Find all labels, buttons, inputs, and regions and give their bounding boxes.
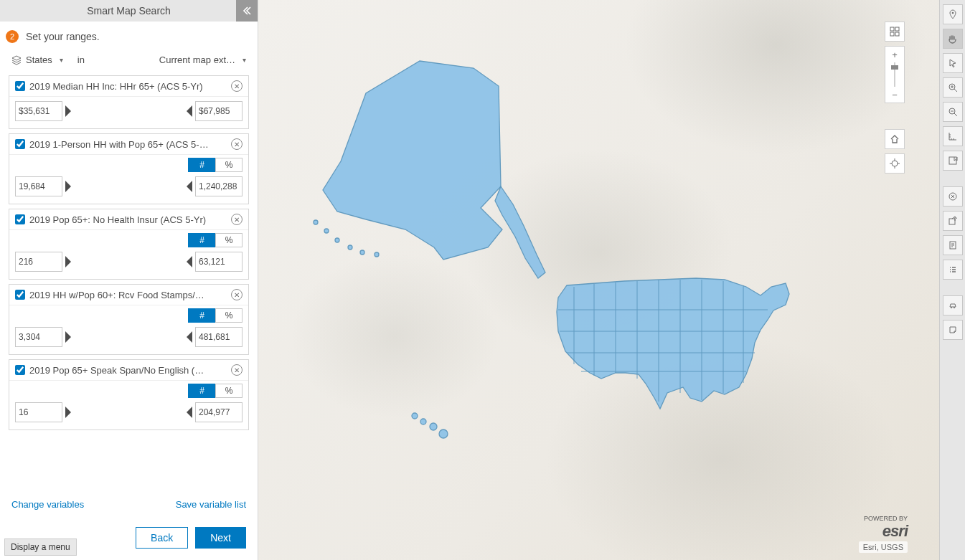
save-variable-list-link[interactable]: Save variable list <box>176 499 246 510</box>
pan-tool-button[interactable] <box>943 29 963 49</box>
measure-tool-button[interactable] <box>943 126 963 146</box>
zoom-in-button[interactable]: + <box>885 47 904 62</box>
clear-tool-button[interactable] <box>943 186 963 207</box>
zoom-track[interactable] <box>894 62 895 87</box>
range-max-input[interactable] <box>195 252 243 272</box>
svg-point-13 <box>892 161 898 166</box>
layers-icon <box>11 55 22 65</box>
select-tool-button[interactable] <box>943 53 963 73</box>
home-extent-button[interactable] <box>885 129 905 149</box>
pin-tool-button[interactable] <box>943 4 963 24</box>
variable-header: 2019 Pop 65+: No Health Insur (ACS 5-Yr)… <box>9 209 248 230</box>
unit-count-button[interactable]: # <box>188 233 215 247</box>
change-variables-link[interactable]: Change variables <box>11 499 84 510</box>
range-min-input[interactable] <box>15 327 62 347</box>
zoom-out-icon <box>948 107 958 117</box>
zoom-in-tool-button[interactable] <box>943 77 963 98</box>
us-lower48[interactable] <box>557 278 789 409</box>
range-min-input[interactable] <box>15 176 62 196</box>
svg-point-3 <box>348 245 352 250</box>
unit-count-button[interactable]: # <box>188 384 215 398</box>
range-handle-left[interactable] <box>65 407 71 418</box>
range-handle-right[interactable] <box>187 331 192 343</box>
variable-title: 2019 HH w/Pop 60+: Rcv Food Stamps/… <box>29 290 227 300</box>
state-hawaii[interactable] <box>412 413 418 419</box>
right-toolbar <box>939 0 965 560</box>
unit-count-button[interactable]: # <box>188 308 215 323</box>
map-view[interactable]: + − POWERED BY esri Esri, USGS <box>258 0 939 560</box>
variable-checkbox[interactable] <box>15 214 25 224</box>
step-number: 2 <box>10 32 14 41</box>
remove-variable-button[interactable]: ✕ <box>231 214 243 225</box>
share-icon <box>948 216 958 226</box>
range-handle-right[interactable] <box>187 181 192 192</box>
range-max-input[interactable] <box>195 327 243 347</box>
zoom-slider[interactable]: + − <box>885 46 905 103</box>
range-min-input[interactable] <box>15 101 62 121</box>
collapse-panel-button[interactable] <box>236 0 258 22</box>
range-handle-left[interactable] <box>65 256 71 267</box>
car-icon <box>948 300 958 310</box>
zoom-out-tool-button[interactable] <box>943 102 963 122</box>
geography-connector: in <box>69 54 93 65</box>
unit-percent-button[interactable]: % <box>215 158 243 172</box>
legend-tool-button[interactable] <box>943 260 963 280</box>
variable-checkbox[interactable] <box>15 365 25 375</box>
remove-variable-button[interactable]: ✕ <box>231 289 243 300</box>
locate-icon <box>890 158 900 169</box>
remove-variable-button[interactable]: ✕ <box>231 138 243 150</box>
geography-selectors: States in Current map ext… <box>0 49 258 75</box>
range-handle-right[interactable] <box>187 407 192 418</box>
unit-percent-button[interactable]: % <box>215 233 243 247</box>
extent-dropdown[interactable]: Current map ext… <box>99 54 246 65</box>
range-handle-left[interactable] <box>65 331 71 343</box>
panel-title: Smart Map Search <box>87 5 171 16</box>
svg-point-5 <box>375 252 379 257</box>
home-icon <box>890 134 900 144</box>
clear-icon <box>948 191 958 201</box>
range-min-input[interactable] <box>15 402 62 422</box>
bookmark-tool-button[interactable] <box>943 151 963 171</box>
range-min-input[interactable] <box>15 252 62 272</box>
report-tool-button[interactable] <box>943 235 963 255</box>
remove-variable-button[interactable]: ✕ <box>231 364 243 376</box>
note-tool-button[interactable] <box>943 320 963 340</box>
zoom-out-button[interactable]: − <box>885 87 904 103</box>
share-tool-button[interactable] <box>943 211 963 231</box>
status-tooltip: Display a menu <box>4 538 77 556</box>
unit-percent-button[interactable]: % <box>215 308 243 323</box>
basemap-gallery-button[interactable] <box>885 22 905 42</box>
range-max-input[interactable] <box>195 101 243 121</box>
smart-map-search-panel: Smart Map Search 2 Set your ranges. Stat… <box>0 0 258 560</box>
remove-variable-button[interactable]: ✕ <box>231 80 243 92</box>
range-max-input[interactable] <box>195 176 243 196</box>
drive-time-tool-button[interactable] <box>943 295 963 315</box>
svg-point-21 <box>951 307 952 308</box>
state-alaska[interactable] <box>323 61 502 260</box>
locate-button[interactable] <box>885 153 905 174</box>
variable-checkbox[interactable] <box>15 139 25 149</box>
range-handle-left[interactable] <box>65 181 71 192</box>
next-button[interactable]: Next <box>195 527 246 549</box>
unit-toggle: #% <box>9 230 248 247</box>
variable-checkbox[interactable] <box>15 290 25 300</box>
svg-rect-12 <box>895 32 899 36</box>
range-row <box>9 247 248 279</box>
svg-point-0 <box>314 220 318 224</box>
range-handle-right[interactable] <box>187 105 192 117</box>
unit-toggle: #% <box>9 155 248 172</box>
state-alaska-panhandle[interactable] <box>495 186 545 278</box>
variable-card: 2019 1-Person HH with Pop 65+ (ACS 5-…✕#… <box>9 133 249 204</box>
range-max-input[interactable] <box>195 402 243 422</box>
back-button[interactable]: Back <box>136 527 188 549</box>
range-handle-left[interactable] <box>65 105 71 117</box>
geography-level-dropdown[interactable]: States <box>11 54 63 65</box>
zoom-thumb[interactable] <box>891 65 898 70</box>
variable-checkbox[interactable] <box>15 81 25 91</box>
unit-count-button[interactable]: # <box>188 158 215 172</box>
map-tools-nav-group <box>885 129 905 174</box>
map-tools-zoom-group: + − <box>885 22 905 103</box>
variable-title: 2019 Median HH Inc: HHr 65+ (ACS 5-Yr) <box>29 81 227 92</box>
unit-percent-button[interactable]: % <box>215 384 243 398</box>
range-handle-right[interactable] <box>187 256 192 267</box>
